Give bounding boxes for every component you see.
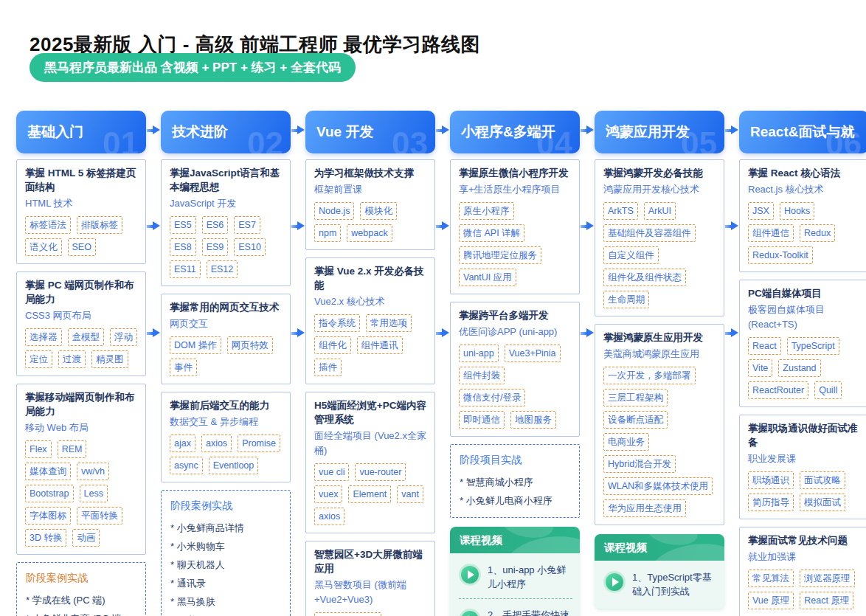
- play-icon[interactable]: [459, 609, 481, 616]
- practice-item: * 小兔鲜儿电商 (PC 端 + 移动端): [26, 609, 136, 616]
- tag-list: vue clivue-routervuexElementvantaxios: [314, 463, 427, 525]
- tag-list: JSXHooks组件通信ReduxRedux-Toolkit: [748, 202, 861, 264]
- column-header-label: Vue 开发: [316, 111, 373, 153]
- card-title: 掌握原生微信小程序开发: [459, 166, 572, 180]
- card-title: 掌握 HTML 5 标签搭建页面结构: [25, 166, 138, 194]
- tag: 微信 API 详解: [459, 224, 524, 242]
- roadmap-column-3: Vue 开发03为学习框架做技术支撑框架前置课Node.js模块化npmwebp…: [305, 111, 435, 616]
- card-subtitle: 框架前置课: [314, 182, 427, 197]
- tag: 语义化: [25, 238, 62, 256]
- tag-list: 选择器盒模型浮动定位过渡精灵图: [25, 328, 138, 368]
- play-icon[interactable]: [459, 564, 481, 586]
- tag: 常见算法: [748, 570, 794, 587]
- tag: ES5: [170, 216, 196, 234]
- video-card-header: 课程视频: [595, 534, 724, 561]
- tag: 电商业务: [603, 433, 649, 451]
- tag: SEO: [68, 238, 96, 256]
- card-subtitle: 享+生活原生小程序项目: [459, 182, 572, 197]
- video-item-label: 1、TypeScript零基础入门到实战: [632, 570, 717, 598]
- flow-arrow-icon: [436, 328, 449, 338]
- play-icon[interactable]: [603, 571, 626, 593]
- tag: vant: [397, 485, 423, 503]
- video-item[interactable]: 1、uni-app 小兔鲜儿小程序: [459, 562, 572, 591]
- skill-card: 掌握前后端交互的能力数据交互 & 异步编程ajaxaxiosPromiseasy…: [161, 392, 291, 482]
- skill-card: 掌握鸿蒙原生应用开发美蔻商城鸿蒙原生应用一次开发，多端部署三层工程架构设备断点适…: [595, 324, 724, 525]
- video-card-header: 课程视频: [450, 527, 580, 553]
- column-number-watermark: 06: [825, 128, 862, 153]
- tag-list: ArkTSArkUI基础组件及容器组件自定义组件组件化及组件状态生命周期: [603, 202, 716, 308]
- tag: 常用选项: [366, 314, 412, 332]
- card-title: 掌握前后端交互的能力: [170, 398, 283, 412]
- card-title: H5端面经浏览+PC端内容管理系统: [314, 398, 427, 426]
- tag-list: ReactTypeScriptViteZustandReactRouterQui…: [748, 337, 861, 399]
- tag: WLAN和多媒体技术使用: [603, 477, 713, 495]
- practice-item: * 图书管理: [170, 611, 281, 616]
- column-number-watermark: 03: [392, 128, 428, 153]
- video-card-title: 课程视频: [460, 527, 502, 553]
- tag: 华为应用生态使用: [603, 499, 686, 517]
- card-subtitle: 美蔻商城鸿蒙原生应用: [603, 347, 716, 361]
- flow-arrow-icon: [725, 328, 738, 338]
- flow-arrow-icon: [436, 125, 449, 135]
- tag: 一次开发，多端部署: [603, 367, 696, 384]
- roadmap-column-1: 基础入门01掌握 HTML 5 标签搭建页面结构HTML 技术标签语法排版标签语…: [16, 111, 146, 616]
- tag: ES9: [202, 238, 229, 256]
- card-title: 掌握面试常见技术问题: [748, 533, 861, 547]
- tag: 定位: [25, 350, 52, 368]
- tag: ES8: [170, 238, 196, 256]
- tag: React: [748, 337, 781, 355]
- tag: Less: [80, 485, 108, 502]
- skill-card: PC端自媒体项目极客园自媒体项目 (React+TS)ReactTypeScri…: [739, 280, 866, 407]
- tag: 生命周期: [603, 291, 649, 308]
- tag-list: 职场通识面试攻略简历指导模拟面试: [748, 471, 861, 511]
- tag: 平面转换: [77, 507, 122, 525]
- tag: 指令系统: [314, 314, 360, 332]
- skill-card: 掌握移动端网页制作和布局能力移动 Web 布局FlexREM媒体查询vw/vhB…: [16, 384, 146, 555]
- card-title: 掌握鸿蒙原生应用开发: [603, 331, 716, 345]
- video-item[interactable]: 2、手把手带你快速: [459, 598, 572, 616]
- practice-title: 阶段案例实战: [26, 572, 136, 585]
- practice-item: * 通讯录: [170, 574, 281, 592]
- card-subtitle: HTML 技术: [25, 196, 138, 211]
- tag: vw/vh: [77, 463, 109, 480]
- tag: 模块化: [360, 202, 397, 220]
- skill-card: 掌握 Vue 2.x 开发必备技能Vue2.x 核心技术指令系统常用选项组件化组…: [305, 257, 435, 384]
- skill-card: 掌握面试常见技术问题就业加强课常见算法浏览器原理Vue 原理React 原理: [739, 527, 866, 616]
- tag-list: ES5ES6ES7ES8ES9ES10ES11ES12: [170, 216, 283, 278]
- tag-list: Node.js模块化npmwebpack: [314, 202, 427, 242]
- card-subtitle: 黑马智数项目 (微前端+Vue2+Vue3): [314, 578, 427, 607]
- tag-list: 常见算法浏览器原理Vue 原理React 原理: [748, 570, 861, 609]
- column-header: 鸿蒙应用开发05: [595, 111, 724, 153]
- card-subtitle: 面经全端项目 (Vue2.x全家桶): [314, 429, 427, 458]
- column-number-watermark: 01: [103, 128, 139, 153]
- tag: webpack: [347, 224, 392, 242]
- tag: REM: [58, 440, 87, 458]
- skill-card: 为学习框架做技术支撑框架前置课Node.js模块化npmwebpack: [305, 159, 435, 250]
- flow-arrow-icon: [291, 125, 305, 135]
- tag-list: 一次开发，多端部署三层工程架构设备断点适配电商业务Hybrid混合开发WLAN和…: [603, 367, 716, 517]
- practice-item: * 智慧商城小程序: [460, 473, 570, 491]
- video-item-label: 1、uni-app 小兔鲜儿小程序: [488, 562, 572, 591]
- tag: uni-app: [459, 345, 499, 362]
- skill-card: 掌握 PC 端网页制作和布局能力CSS3 网页布局选择器盒模型浮动定位过渡精灵图: [16, 271, 146, 376]
- flow-arrow-icon: [725, 125, 738, 135]
- tag: ArkUI: [644, 202, 676, 220]
- tag: 事件: [170, 359, 197, 376]
- card-title: 掌握JavaScript语言和基本编程思想: [170, 166, 283, 194]
- tag-list: FlexREM媒体查询vw/vhBootstrapLess字体图标平面转换3D …: [25, 440, 138, 547]
- skill-card: H5端面经浏览+PC端内容管理系统面经全端项目 (Vue2.x全家桶)vue c…: [305, 392, 435, 533]
- flow-arrow-icon: [581, 328, 594, 338]
- tag: vue cli: [314, 463, 349, 481]
- tag: 插件: [314, 359, 342, 376]
- practice-item: * 黑马换肤: [170, 592, 281, 611]
- card-subtitle: 数据交互 & 异步编程: [170, 415, 283, 429]
- card-title: 掌握移动端网页制作和布局能力: [25, 390, 138, 418]
- roadmap-column-2: 技术进阶02掌握JavaScript语言和基本编程思想JavaScript 开发…: [161, 111, 291, 616]
- tag: 自定义组件: [603, 246, 659, 264]
- column-header: 技术进阶02: [161, 111, 291, 153]
- flow-arrow-icon: [291, 328, 305, 338]
- video-card-title: 课程视频: [604, 534, 647, 561]
- tag: Vue2.x 全家桶: [314, 612, 381, 616]
- skill-card: 掌握JavaScript语言和基本编程思想JavaScript 开发ES5ES6…: [161, 159, 291, 286]
- video-item[interactable]: 1、TypeScript零基础入门到实战: [603, 570, 717, 598]
